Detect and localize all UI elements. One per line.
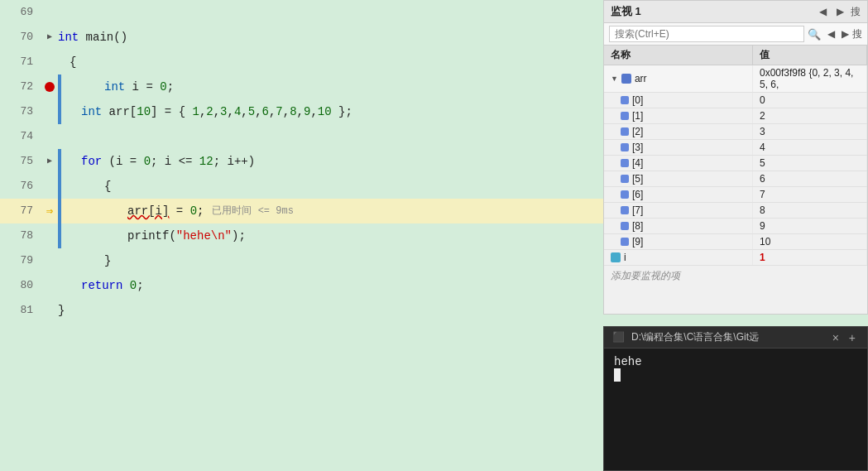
watch-row-arr-0[interactable]: [0] 0 (604, 93, 867, 108)
watch-cell-arr0-value: 0 (753, 93, 867, 108)
code-line-77: 77 ⇒ arr[i] = 0 ; 已用时间 <= 9ms (0, 199, 604, 223)
current-exec-arrow: ⇒ (46, 199, 53, 223)
num-0-77: 0 (190, 199, 197, 223)
code-content-70: int main() (58, 25, 604, 50)
watch-row-arr-5[interactable]: [5] 6 (604, 171, 867, 187)
code-arr: arr[ (102, 99, 137, 124)
arr6-icon (621, 190, 629, 199)
watch-add-hint[interactable]: 添加要监视的项 (604, 266, 867, 286)
arr-cube-icon (621, 74, 631, 84)
watch-cell-arr3-value: 4 (753, 140, 867, 155)
space-80 (122, 273, 129, 298)
watch-forward-btn[interactable]: ▶ (833, 4, 847, 19)
code-arr-i: arr[i] (127, 199, 169, 223)
code-line-75: 75 ▶ for (i = 0 ; i <= 12 ; i++) (0, 149, 604, 174)
code-line-74: 74 (0, 124, 604, 149)
watch-nav-back[interactable]: ◀ (824, 26, 838, 41)
arr3-index: [3] (632, 142, 643, 153)
code-main: main() (79, 25, 127, 50)
code-content-76: { (58, 174, 604, 199)
code-panel: 69 70 ▶ int main() 71 (0, 0, 604, 471)
arr5-index: [5] (632, 173, 643, 185)
code-editor: 69 70 ▶ int main() 71 (0, 0, 604, 471)
collapse-75[interactable]: ▶ (47, 149, 52, 174)
num-2: 2 (206, 99, 213, 124)
watch-table-header: 名称 值 (604, 46, 867, 65)
time-comment: 已用时间 <= 9ms (212, 199, 293, 223)
watch-toolbar: ◀ ▶ 搜 (816, 4, 861, 19)
comma3: , (228, 99, 234, 124)
arr8-icon (621, 222, 629, 230)
code-content-77: arr[i] = 0 ; 已用时间 <= 9ms (58, 199, 604, 223)
line-num-77: 77 (0, 199, 41, 223)
comma4: , (241, 99, 247, 124)
line-num-79: 79 (0, 248, 41, 273)
num-3: 3 (220, 99, 227, 124)
terminal-input-line (614, 368, 857, 382)
watch-title-bar: 监视 1 ◀ ▶ 搜 (604, 1, 867, 23)
watch-row-arr-1[interactable]: [1] 2 (604, 108, 867, 124)
watch-nav-fwd[interactable]: ▶ (838, 26, 852, 41)
arr3-icon (621, 143, 629, 151)
code-line-69: 69 (0, 0, 604, 25)
comma1: , (199, 99, 206, 124)
code-content-75: for (i = 0 ; i <= 12 ; i++) (58, 149, 604, 174)
code-content-71: { (70, 50, 604, 74)
watch-row-arr-7[interactable]: [7] 8 (604, 203, 867, 219)
code-line-72: 72 int i = 0 ; (0, 74, 604, 99)
main-container: 69 70 ▶ int main() 71 (0, 0, 868, 471)
watch-cell-arr5-name: [5] (604, 171, 753, 186)
terminal-title-bar: ⬛ D:\编程合集\C语言合集\Git远 × + (604, 327, 867, 348)
watch-cell-arr6-value: 7 (753, 187, 867, 202)
watch-title: 监视 1 (611, 4, 641, 19)
line-num-72: 72 (0, 74, 41, 99)
collapse-70[interactable]: ▶ (47, 25, 52, 50)
watch-search-bar: 🔍 ◀ ▶ 搜 (604, 23, 867, 46)
arr7-index: [7] (632, 204, 643, 216)
line-num-80: 80 (0, 273, 41, 298)
line-num-71: 71 (0, 50, 41, 74)
watch-search-input[interactable] (609, 26, 804, 42)
num-6: 6 (262, 99, 269, 124)
watch-cell-arr-name: ▼ arr (604, 65, 753, 92)
code-arr2: ] = { (151, 99, 192, 124)
brace-open-76: { (104, 174, 111, 199)
watch-cell-arr1-name: [1] (604, 108, 753, 123)
semi-72: ; (167, 74, 174, 99)
watch-cell-arr8-name: [8] (604, 219, 753, 233)
watch-row-arr-9[interactable]: [9] 10 (604, 234, 867, 250)
num-4: 4 (234, 99, 241, 124)
line-num-73: 73 (0, 99, 41, 124)
watch-row-arr-4[interactable]: [4] 5 (604, 156, 867, 171)
num-1: 1 (192, 99, 199, 124)
num-10b: 10 (318, 99, 332, 124)
search-icon[interactable]: 🔍 (804, 26, 824, 42)
watch-more-label: 搜 (851, 5, 861, 19)
comma7: , (283, 99, 290, 124)
code-line-79: 79 } (0, 248, 604, 273)
watch-back-btn[interactable]: ◀ (816, 4, 830, 19)
watch-cell-arr4-name: [4] (604, 156, 753, 171)
type-int-73: int (81, 99, 102, 124)
gutter-72 (41, 82, 58, 92)
watch-row-arr-3[interactable]: [3] 4 (604, 140, 867, 156)
code-content-73: int arr[ 10 ] = { 1 , 2 , 3 , 4 , 5 , 6 … (58, 99, 604, 124)
watch-table: ▼ arr 0x00f3f9f8 {0, 2, 3, 4, 5, 6, [0] … (604, 65, 867, 314)
watch-cell-arr1-value: 2 (753, 108, 867, 123)
terminal-cursor (614, 368, 621, 382)
terminal-add-btn[interactable]: + (846, 331, 859, 344)
watch-row-i[interactable]: i 1 (604, 250, 867, 266)
watch-row-arr[interactable]: ▼ arr 0x00f3f9f8 {0, 2, 3, 4, 5, 6, (604, 65, 867, 93)
code-for2: ; i <= (151, 149, 199, 174)
watch-row-arr-2[interactable]: [2] 3 (604, 124, 867, 140)
expand-arr-icon[interactable]: ▼ (611, 74, 618, 83)
terminal-close-btn[interactable]: × (829, 331, 842, 344)
line-num-81: 81 (0, 298, 41, 323)
keyword-for: for (81, 149, 102, 174)
breakpoint-72[interactable] (45, 82, 55, 92)
watch-row-arr-6[interactable]: [6] 7 (604, 187, 867, 203)
code-for: (i = (102, 149, 143, 174)
watch-row-arr-8[interactable]: [8] 9 (604, 219, 867, 234)
arr8-index: [8] (632, 220, 643, 232)
comma8: , (297, 99, 304, 124)
